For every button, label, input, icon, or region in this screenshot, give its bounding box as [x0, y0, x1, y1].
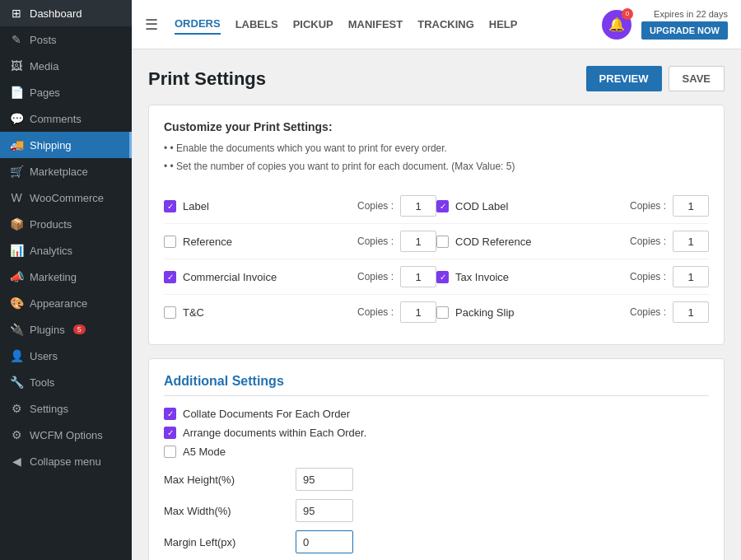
sidebar-label-comments: Comments [30, 113, 82, 125]
preview-button[interactable]: PREVIEW [586, 66, 662, 91]
field-input-max-width[interactable] [296, 499, 353, 522]
doc-row-tax-invoice: ✓Tax InvoiceCopies : [436, 259, 709, 295]
doc-row-cod-label: ✓COD LabelCopies : [436, 189, 709, 224]
sidebar-item-pages[interactable]: 📄 Pages [0, 79, 132, 105]
additional-chk-row-a5mode: A5 Mode [164, 446, 709, 458]
upgrade-button[interactable]: UPGRADE NOW [641, 21, 728, 40]
copies-input-tax-invoice[interactable] [673, 266, 709, 287]
main-area: ☰ ORDERSLABELSPICKUPMANIFESTTRACKINGHELP… [132, 0, 741, 560]
customize-bullets: • Enable the documents which you want to… [164, 140, 709, 175]
doc-label-cod-label: COD Label [455, 200, 623, 212]
copies-input-label[interactable] [400, 195, 436, 217]
additional-settings-card: Additional Settings ✓Collate Documents F… [148, 358, 725, 560]
copies-label-cod-reference: Copies : [630, 236, 666, 247]
sidebar-label-wcfm: WCFM Options [30, 429, 103, 441]
sidebar-item-collapse[interactable]: ◀ Collapse menu [0, 448, 132, 474]
save-button[interactable]: SAVE [669, 66, 725, 91]
doc-label-tax-invoice: Tax Invoice [455, 271, 623, 283]
copies-input-packing-slip[interactable] [673, 301, 709, 323]
sidebar-item-users[interactable]: 👤 Users [0, 343, 132, 369]
sidebar-item-tools[interactable]: 🔧 Tools [0, 369, 132, 395]
topnav-link-labels[interactable]: LABELS [235, 15, 278, 34]
copies-input-cod-label[interactable] [673, 195, 709, 217]
field-row-max-width: Max Width(%) [164, 499, 709, 522]
checkbox-tandc[interactable] [164, 306, 176, 319]
checkbox-reference[interactable] [164, 236, 176, 248]
sidebar-item-plugins[interactable]: 🔌 Plugins 5 [0, 316, 132, 343]
marketplace-icon: 🛒 [10, 165, 23, 178]
wcfm-icon: ⚙ [10, 428, 23, 441]
sidebar-item-posts[interactable]: ✎ Posts [0, 26, 132, 53]
additional-checkbox-a5mode[interactable] [164, 446, 176, 458]
additional-chk-label-arrange: Arrange documents within Each Order. [183, 427, 366, 439]
checkbox-tax-invoice[interactable]: ✓ [436, 271, 449, 283]
sidebar-item-comments[interactable]: 💬 Comments [0, 105, 132, 132]
topnav-link-manifest[interactable]: MANIFEST [348, 15, 403, 34]
topnav-links: ORDERSLABELSPICKUPMANIFESTTRACKINGHELP [175, 14, 585, 35]
topnav-link-help[interactable]: HELP [489, 15, 518, 34]
doc-row-commercial-invoice: ✓Commercial InvoiceCopies : [164, 259, 436, 295]
doc-label-reference: Reference [183, 236, 351, 248]
customize-title: Customize your Print Settings: [164, 120, 709, 133]
field-row-max-height: Max Height(%) [164, 468, 709, 491]
sidebar-label-plugins: Plugins [30, 324, 65, 336]
products-icon: 📦 [10, 217, 23, 231]
sidebar-item-wcfm[interactable]: ⚙ WCFM Options [0, 422, 132, 448]
sidebar-label-media: Media [30, 60, 58, 72]
sidebar-item-media[interactable]: 🖼 Media [0, 53, 132, 79]
sidebar-label-analytics: Analytics [30, 245, 72, 257]
copies-input-tandc[interactable] [400, 301, 436, 323]
pages-icon: 📄 [10, 86, 23, 99]
sidebar-item-dashboard[interactable]: ⊞ Dashboard [0, 0, 132, 26]
field-input-margin-left[interactable] [296, 530, 353, 553]
media-icon: 🖼 [10, 59, 23, 72]
topnav-link-pickup[interactable]: PICKUP [293, 15, 333, 34]
topnav-link-orders[interactable]: ORDERS [175, 14, 221, 35]
sidebar-item-woocommerce[interactable]: W WooCommerce [0, 184, 132, 211]
bell-icon: 🔔 [608, 16, 625, 32]
additional-chk-label-a5mode: A5 Mode [183, 446, 226, 458]
copies-label-commercial-invoice: Copies : [357, 271, 394, 282]
sidebar-item-shipping[interactable]: 🚚 Shipping [0, 132, 132, 158]
copies-label-cod-label: Copies : [630, 200, 666, 212]
copies-label-tax-invoice: Copies : [630, 271, 666, 282]
marketing-icon: 📣 [10, 270, 23, 283]
badge-plugins: 5 [73, 324, 86, 334]
additional-chk-row-arrange: ✓Arrange documents within Each Order. [164, 427, 709, 439]
copies-input-commercial-invoice[interactable] [400, 266, 436, 287]
sidebar-item-settings[interactable]: ⚙ Settings [0, 395, 132, 422]
menu-icon[interactable]: ☰ [145, 16, 158, 34]
sidebar-item-marketing[interactable]: 📣 Marketing [0, 264, 132, 290]
copies-input-reference[interactable] [400, 231, 436, 252]
checkbox-packing-slip[interactable] [436, 306, 449, 319]
topnav-link-tracking[interactable]: TRACKING [417, 15, 474, 34]
checkbox-commercial-invoice[interactable]: ✓ [164, 271, 176, 283]
sidebar-item-appearance[interactable]: 🎨 Appearance [0, 290, 132, 316]
sidebar-label-dashboard: Dashboard [30, 7, 82, 20]
sidebar-label-shipping: Shipping [30, 139, 72, 152]
additional-title: Additional Settings [164, 374, 709, 396]
sidebar-item-products[interactable]: 📦 Products [0, 211, 132, 237]
posts-icon: ✎ [10, 33, 23, 46]
copies-label-packing-slip: Copies : [630, 306, 666, 318]
checkbox-cod-label[interactable]: ✓ [436, 200, 449, 212]
field-input-max-height[interactable] [296, 468, 353, 491]
checkbox-label[interactable]: ✓ [164, 200, 176, 212]
checkbox-cod-reference[interactable] [436, 236, 449, 248]
additional-checkbox-arrange[interactable]: ✓ [164, 427, 176, 439]
sidebar-label-marketing: Marketing [30, 271, 77, 283]
collapse-icon: ◀ [10, 455, 23, 468]
additional-checkbox-collate[interactable]: ✓ [164, 408, 176, 420]
comments-icon: 💬 [10, 112, 23, 125]
doc-label-tandc: T&C [183, 306, 351, 319]
sidebar-item-analytics[interactable]: 📊 Analytics [0, 237, 132, 264]
sidebar-item-marketplace[interactable]: 🛒 Marketplace [0, 158, 132, 184]
copies-input-cod-reference[interactable] [673, 231, 709, 252]
copies-label-tandc: Copies : [357, 306, 394, 318]
doc-label-commercial-invoice: Commercial Invoice [183, 271, 351, 283]
sidebar-label-users: Users [30, 350, 58, 362]
additional-chk-row-collate: ✓Collate Documents For Each Order [164, 408, 709, 420]
content-area: Print Settings PREVIEW SAVE Customize yo… [132, 49, 741, 560]
notification-bell[interactable]: 🔔 0 [602, 10, 631, 40]
doc-row-label: ✓LabelCopies : [164, 189, 436, 224]
